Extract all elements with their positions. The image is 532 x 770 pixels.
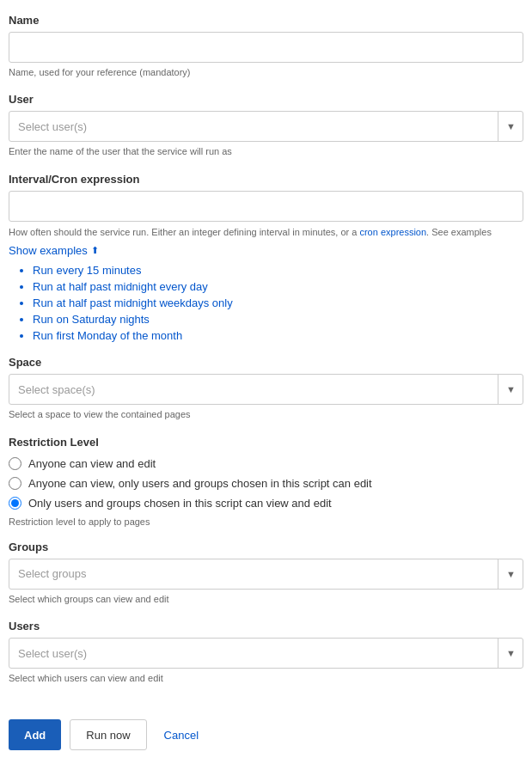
interval-hint: How often should the service run. Either… — [9, 225, 523, 240]
cancel-button[interactable]: Cancel — [156, 719, 207, 750]
restriction-option-2[interactable]: Only users and groups chosen in this scr… — [9, 497, 523, 510]
users-chevron-icon: ▼ — [498, 638, 523, 669]
arrow-up-icon: ⬆ — [91, 245, 99, 256]
user-field-group: User Select user(s) ▼ Enter the name of … — [9, 93, 523, 158]
groups-hint: Select which groups can view and edit — [9, 593, 523, 606]
interval-field-group: Interval/Cron expression How often shoul… — [9, 173, 523, 343]
users-select-placeholder: Select user(s) — [18, 647, 87, 660]
cron-expression-link[interactable]: cron expression — [359, 227, 426, 237]
restriction-level-label: Restriction Level — [9, 436, 523, 449]
groups-select-placeholder: Select groups — [18, 567, 87, 580]
restriction-option-0-label: Anyone can view and edit — [28, 457, 156, 470]
groups-select[interactable]: Select groups ▼ — [9, 559, 523, 590]
example-link-3[interactable]: Run at half past midnight weekdays only — [33, 296, 233, 309]
interval-hint-before: How often should the service run. Either… — [9, 227, 359, 237]
space-select-wrapper[interactable]: Select space(s) ▼ — [9, 374, 523, 405]
users-label: Users — [9, 620, 523, 632]
restriction-option-2-label: Only users and groups chosen in this scr… — [28, 497, 332, 510]
examples-list: Run every 15 minutes Run at half past mi… — [15, 264, 523, 342]
run-now-button[interactable]: Run now — [70, 719, 146, 750]
groups-chevron-icon: ▼ — [498, 559, 523, 590]
groups-label: Groups — [9, 541, 523, 553]
restriction-option-1-label: Anyone can view, only users and groups c… — [28, 477, 372, 490]
space-field-group: Space Select space(s) ▼ Select a space t… — [9, 356, 523, 421]
example-item-4: Run on Saturday nights — [33, 313, 523, 326]
add-button[interactable]: Add — [9, 719, 61, 750]
groups-field-group: Groups Select groups ▼ Select which grou… — [9, 541, 523, 606]
space-label: Space — [9, 356, 523, 369]
users-select-wrapper[interactable]: Select user(s) ▼ — [9, 638, 523, 669]
restriction-level-group: Restriction Level Anyone can view and ed… — [9, 436, 523, 527]
restriction-option-0[interactable]: Anyone can view and edit — [9, 457, 523, 470]
users-field-group: Users Select user(s) ▼ Select which user… — [9, 620, 523, 685]
name-field-group: Name Name, used for your reference (mand… — [9, 14, 523, 79]
restriction-radio-0[interactable] — [9, 457, 21, 470]
user-select-wrapper[interactable]: Select user(s) ▼ — [9, 111, 523, 142]
restriction-radio-1[interactable] — [9, 477, 21, 490]
user-hint: Enter the name of the user that the serv… — [9, 145, 523, 158]
space-select[interactable]: Select space(s) ▼ — [9, 374, 523, 405]
example-item-2: Run at half past midnight every day — [33, 280, 523, 293]
example-item-3: Run at half past midnight weekdays only — [33, 296, 523, 309]
restriction-option-1[interactable]: Anyone can view, only users and groups c… — [9, 477, 523, 490]
name-input[interactable] — [9, 32, 523, 63]
user-chevron-icon: ▼ — [498, 111, 523, 142]
restriction-radio-2[interactable] — [9, 497, 21, 510]
user-select[interactable]: Select user(s) ▼ — [9, 111, 523, 142]
interval-input[interactable] — [9, 191, 523, 222]
name-hint: Name, used for your reference (mandatory… — [9, 66, 523, 79]
example-link-1[interactable]: Run every 15 minutes — [33, 264, 141, 277]
example-link-2[interactable]: Run at half past midnight every day — [33, 280, 208, 293]
user-label: User — [9, 93, 523, 106]
space-select-placeholder: Select space(s) — [18, 383, 95, 396]
users-select[interactable]: Select user(s) ▼ — [9, 638, 523, 669]
example-item-5: Run first Monday of the month — [33, 329, 523, 342]
interval-label: Interval/Cron expression — [9, 173, 523, 186]
example-link-5[interactable]: Run first Monday of the month — [33, 329, 182, 342]
footer-actions: Add Run now Cancel — [9, 706, 523, 750]
interval-hint-after: . See examples — [426, 227, 492, 237]
restriction-hint: Restriction level to apply to pages — [9, 516, 523, 527]
example-item-1: Run every 15 minutes — [33, 264, 523, 277]
show-examples-link[interactable]: Show examples ⬆ — [9, 244, 99, 257]
example-link-4[interactable]: Run on Saturday nights — [33, 313, 150, 326]
user-select-placeholder: Select user(s) — [18, 120, 87, 133]
groups-select-wrapper[interactable]: Select groups ▼ — [9, 559, 523, 590]
name-label: Name — [9, 14, 523, 27]
users-hint: Select which users can view and edit — [9, 672, 523, 685]
show-examples-label: Show examples — [9, 244, 88, 257]
space-hint: Select a space to view the contained pag… — [9, 408, 523, 421]
space-chevron-icon: ▼ — [498, 374, 523, 405]
